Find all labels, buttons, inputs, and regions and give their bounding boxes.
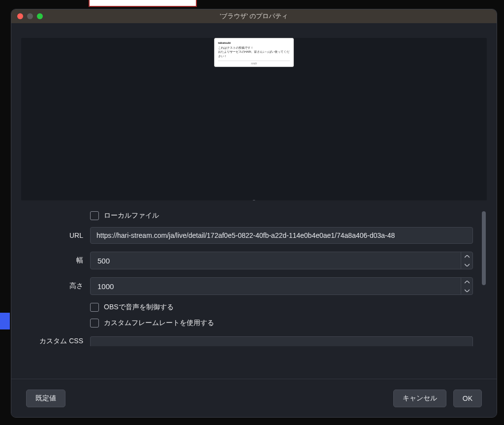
local-file-label: ローカルファイル: [104, 211, 159, 220]
chevron-up-icon: [465, 281, 470, 284]
defaults-button[interactable]: 既定値: [26, 390, 65, 407]
width-input[interactable]: [91, 252, 461, 269]
minimize-window-button[interactable]: [27, 13, 33, 19]
ok-button[interactable]: OK: [453, 390, 482, 407]
obs-audio-checkbox[interactable]: [90, 303, 99, 312]
height-row: 高さ: [21, 277, 473, 295]
custom-css-label: カスタム CSS: [21, 337, 90, 346]
dialog-body: takatsuki これはテストの投稿です！ おたよりサービスのHARI、皆さん…: [11, 23, 497, 417]
width-spinbox: [90, 252, 473, 269]
custom-fps-row: カスタムフレームレートを使用する: [90, 319, 473, 327]
properties-form: ローカルファイル URL 幅: [21, 211, 487, 369]
titlebar: 'ブラウザ' のプロパティ: [11, 9, 497, 23]
background-selection-highlight: [0, 313, 10, 329]
local-file-checkbox[interactable]: [90, 211, 99, 220]
preview-footer: HARI: [218, 61, 290, 65]
cancel-button[interactable]: キャンセル: [393, 390, 446, 407]
preview-username: takatsuki: [218, 41, 290, 44]
close-window-button[interactable]: [17, 13, 23, 19]
chevron-down-icon: [465, 289, 470, 292]
width-step-up[interactable]: [461, 252, 472, 261]
maximize-window-button[interactable]: [37, 13, 43, 19]
obs-audio-label: OBSで音声を制御する: [104, 303, 174, 312]
width-steppers: [461, 252, 472, 269]
source-preview: takatsuki これはテストの投稿です！ おたよりサービスのHARI、皆さん…: [21, 38, 487, 200]
window-controls: [11, 13, 43, 19]
custom-css-row: カスタム CSS: [21, 336, 473, 346]
properties-dialog: 'ブラウザ' のプロパティ takatsuki これはテストの投稿です！ おたよ…: [11, 9, 497, 418]
local-file-row: ローカルファイル: [90, 211, 473, 220]
height-step-down[interactable]: [461, 286, 472, 294]
custom-fps-checkbox[interactable]: [90, 319, 99, 327]
preview-line-2: おたよりサービスのHARI、皆さんいっぱい使ってください！: [218, 50, 290, 58]
preview-message-card: takatsuki これはテストの投稿です！ おたよりサービスのHARI、皆さん…: [214, 38, 294, 67]
window-title: 'ブラウザ' のプロパティ: [11, 12, 497, 21]
height-spinbox: [90, 277, 473, 295]
custom-fps-label: カスタムフレームレートを使用する: [104, 319, 214, 327]
preview-resize-handle[interactable]: [252, 200, 256, 200]
height-step-up[interactable]: [461, 278, 472, 286]
chevron-down-icon: [465, 263, 470, 266]
form-scrollbar[interactable]: [482, 211, 486, 364]
background-source-outline: [89, 0, 197, 7]
obs-audio-row: OBSで音声を制御する: [90, 303, 473, 312]
height-steppers: [461, 278, 472, 294]
url-input[interactable]: [90, 227, 473, 244]
width-step-down[interactable]: [461, 261, 472, 269]
url-label: URL: [21, 231, 90, 239]
form-scrollbar-thumb[interactable]: [482, 211, 486, 285]
custom-css-input-cutoff[interactable]: [90, 336, 473, 346]
preview-line-1: これはテストの投稿です！: [218, 46, 290, 50]
dialog-footer: 既定値 キャンセル OK: [11, 379, 497, 417]
width-row: 幅: [21, 252, 473, 269]
width-label: 幅: [21, 256, 90, 265]
chevron-up-icon: [465, 255, 470, 258]
height-label: 高さ: [21, 282, 90, 291]
url-row: URL: [21, 227, 473, 244]
height-input[interactable]: [91, 278, 461, 294]
